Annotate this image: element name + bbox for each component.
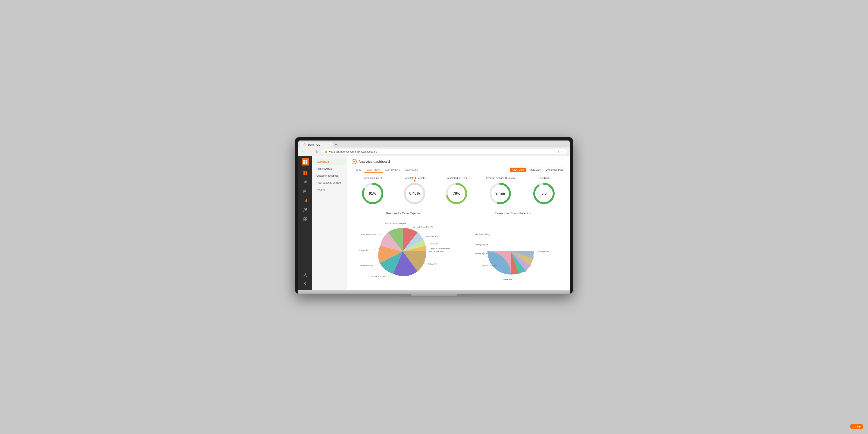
- svg-text:Recipient Not Around 12%: Recipient Not Around 12%: [372, 275, 393, 277]
- tab-last-7-days[interactable]: Last 7 days: [364, 167, 382, 173]
- goods-rejection-svg: Shortage 50% Another 25% Defective Item …: [469, 218, 557, 283]
- donut-feedback: 5.0: [531, 181, 557, 206]
- svg-rect-7: [304, 173, 305, 175]
- metric-feedback-value: 5.0: [541, 191, 547, 195]
- tab-close-button[interactable]: ✕: [328, 143, 330, 146]
- help-label: Help: [855, 425, 861, 428]
- tab-today[interactable]: Today: [351, 167, 364, 173]
- order-rejection-svg: Out Of Time 24% Other 16% Recipient Not …: [358, 218, 450, 283]
- donut-completed-full: 91%: [360, 181, 385, 206]
- svg-rect-4: [306, 162, 307, 164]
- svg-text:Out-Of-Time Delivery 8%: Out-Of-Time Delivery 8%: [385, 223, 406, 225]
- svg-line-55: [426, 248, 431, 250]
- share-icon: ⬆: [558, 150, 560, 153]
- nav-item-reports[interactable]: Reports: [313, 186, 346, 193]
- metric-completed-time-title: Completed on Time: [445, 177, 468, 179]
- help-icon: ?: [853, 425, 854, 428]
- completion-date-btn[interactable]: Completion Date: [544, 167, 565, 172]
- forward-button[interactable]: →: [308, 149, 313, 154]
- goods-rejection-chart: Reasons for Goods Rejection: [461, 212, 565, 283]
- analytics-logo-icon: [351, 159, 357, 164]
- metrics-row: Completed in Full 91% Complet: [351, 177, 565, 206]
- analytics-header: Analytics dashboard: [351, 159, 565, 164]
- tab-date-range[interactable]: Date range: [403, 167, 421, 173]
- logo-icon: [303, 159, 308, 164]
- browser-tab[interactable]: Track-POD ✕: [300, 142, 333, 148]
- order-date-btn[interactable]: Order Date: [510, 167, 526, 172]
- svg-rect-17: [306, 199, 307, 202]
- svg-text:Wrong Size 6%: Wrong Size 6%: [475, 244, 488, 246]
- svg-rect-22: [304, 219, 305, 221]
- sidebar-users-icon[interactable]: [301, 206, 309, 214]
- order-rejection-chart: Reasons for Order Rejection: [351, 212, 456, 283]
- filter-tabs: Today Last 7 days Last 30 days Date rang…: [351, 167, 565, 173]
- nav-item-dashboard[interactable]: Dashboard: [313, 159, 346, 165]
- sidebar-gear-icon[interactable]: [301, 271, 309, 279]
- metric-completed-full-value: 91%: [369, 191, 376, 195]
- route-date-btn[interactable]: Route Date: [527, 167, 543, 172]
- tab-favicon-icon: [303, 143, 306, 146]
- sidebar-map-icon[interactable]: [301, 178, 309, 186]
- svg-text:Other 16%: Other 16%: [428, 263, 437, 265]
- laptop-base: [298, 290, 570, 294]
- svg-text:Another 8%: Another 8%: [359, 249, 369, 251]
- metric-completed-full-title: Completed in Full: [363, 177, 383, 179]
- tab-bar: Track-POD ✕ +: [298, 141, 570, 148]
- charts-row: Reasons for Order Rejection: [351, 212, 565, 283]
- nav-item-customer-feedback[interactable]: Customer feedback: [313, 173, 346, 179]
- donut-avg-service: 9 min: [488, 181, 513, 206]
- nav-item-plan-vs-actual[interactable]: Plan vs Actual: [313, 165, 346, 172]
- address-bar-row: ← → ↻ 🔒 web.track-pod.com/en/analytics/d…: [298, 148, 570, 156]
- svg-rect-21: [306, 218, 307, 219]
- svg-text:Cancelled 4%: Cancelled 4%: [426, 235, 437, 237]
- help-button[interactable]: ? Help: [850, 424, 863, 429]
- sidebar-analytics-icon[interactable]: [301, 196, 309, 205]
- sidebar-dashboard-icon[interactable]: [301, 169, 309, 177]
- sidebar-collapse-icon[interactable]: [301, 279, 309, 288]
- goods-rejection-title: Reasons for Goods Rejection: [495, 212, 531, 215]
- metric-feedback-title: Feedback: [538, 177, 550, 179]
- svg-point-9: [304, 181, 306, 183]
- address-bar-actions: ⬆ ☆: [558, 150, 564, 153]
- donut-completed-partially: 0.46%: [402, 181, 427, 206]
- laptop-wrapper: Track-POD ✕ + ← → ↻ 🔒 web.track-pod.com/…: [295, 137, 573, 297]
- analytics-title: Analytics dashboard: [359, 159, 390, 163]
- browser-chrome: Track-POD ✕ + ← → ↻ 🔒 web.track-pod.com/…: [298, 141, 570, 290]
- svg-rect-6: [306, 171, 307, 173]
- svg-text:Wrong Delivery Day 4%: Wrong Delivery Day 4%: [413, 226, 433, 228]
- sidebar: [298, 156, 312, 290]
- svg-rect-16: [305, 200, 306, 202]
- main-content: Analytics dashboard Today Last 7 days La…: [347, 156, 570, 290]
- svg-text:Another 25%: Another 25%: [501, 279, 512, 281]
- sidebar-settings-icon[interactable]: [301, 215, 309, 223]
- order-rejection-title: Reasons for Order Rejection: [386, 212, 421, 215]
- new-tab-button[interactable]: +: [334, 142, 338, 147]
- metric-completed-time-value: 78%: [453, 191, 460, 195]
- metric-completed-partially-value: 0.46%: [409, 191, 420, 195]
- svg-text:Defective Item 6%: Defective Item 6%: [482, 265, 497, 267]
- tab-last-30-days[interactable]: Last 30 days: [383, 167, 403, 173]
- svg-point-19: [306, 208, 307, 210]
- svg-point-18: [304, 209, 306, 210]
- metric-avg-service-title: Average Service Duration: [486, 177, 515, 179]
- svg-point-10: [305, 182, 306, 182]
- donut-completed-time: 78%: [444, 181, 469, 206]
- metric-completed-time: Completed on Time 78%: [444, 177, 469, 206]
- svg-rect-3: [303, 162, 305, 164]
- laptop-foot: [397, 296, 471, 297]
- svg-rect-5: [304, 171, 305, 173]
- svg-text:Wrong Address 8%: Wrong Address 8%: [360, 234, 376, 236]
- metric-completed-partially-title: Completed Partially: [403, 177, 426, 179]
- sidebar-orders-icon[interactable]: [301, 187, 309, 195]
- reload-button[interactable]: ↻: [315, 149, 319, 154]
- address-bar[interactable]: 🔒 web.track-pod.com/en/analytics/dashboa…: [321, 149, 567, 154]
- svg-text:Wrong Type 6%: Wrong Type 6%: [475, 253, 489, 255]
- app-container: Dashboard Plan vs Actual Customer feedba…: [298, 156, 570, 290]
- svg-line-53: [426, 244, 429, 246]
- nav-item-fleet-capacity[interactable]: Fleet capacity utilized: [313, 179, 346, 186]
- secure-icon: 🔒: [324, 150, 327, 153]
- metric-completed-full: Completed in Full 91%: [360, 177, 385, 206]
- svg-line-63: [482, 256, 488, 264]
- sidebar-bottom: [301, 271, 309, 288]
- back-button[interactable]: ←: [301, 149, 306, 154]
